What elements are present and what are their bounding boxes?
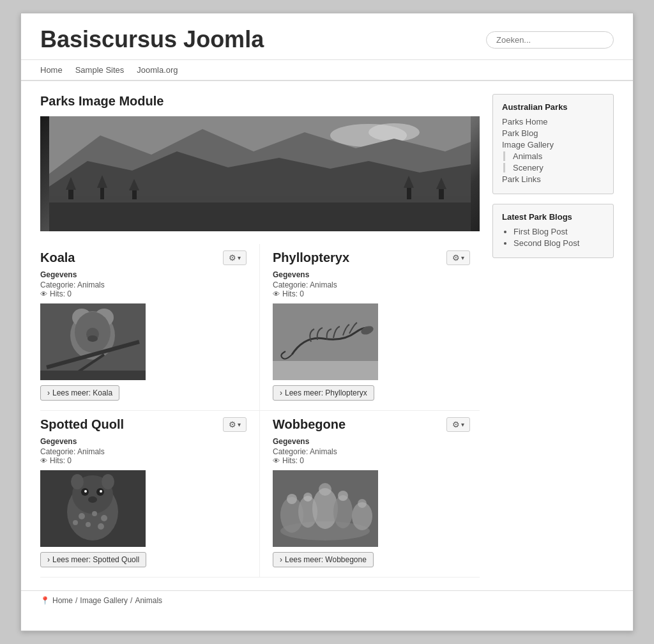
eye-icon-spotted-quoll: 👁 bbox=[40, 457, 47, 464]
article-grid: Koala ⚙ ▾ Gegevens Categorie: Animals 👁 bbox=[40, 244, 480, 578]
article-title-koala: Koala bbox=[40, 250, 75, 265]
search-input[interactable] bbox=[486, 31, 614, 49]
article-title-spotted-quoll: Spotted Quoll bbox=[40, 417, 124, 432]
arrow-icon-phyllopteryx: › bbox=[280, 388, 282, 397]
svg-rect-27 bbox=[40, 371, 146, 380]
article-image-wobbegone bbox=[273, 470, 378, 547]
svg-point-46 bbox=[73, 520, 78, 525]
article-item-spotted-quoll: Spotted Quoll ⚙ ▾ Gegevens Categorie: An… bbox=[40, 411, 260, 578]
sidebar-park-blog[interactable]: Park Blog bbox=[502, 128, 604, 138]
main-content: Parks Image Module bbox=[21, 81, 633, 590]
arrow-icon-koala: › bbox=[47, 388, 50, 397]
hits-text-phyllopteryx: Hits: 0 bbox=[282, 289, 304, 298]
category-text-spotted-quoll: Categorie: Animals bbox=[40, 447, 105, 456]
article-item-phyllopteryx: Phyllopteryx ⚙ ▾ Gegevens Categorie: Ani… bbox=[260, 244, 480, 411]
nav-item-home[interactable]: Home bbox=[40, 65, 63, 75]
read-more-text-wobbegone: Lees meer: Wobbegone bbox=[285, 555, 367, 564]
meta-hits-koala: 👁 Hits: 0 bbox=[40, 289, 247, 298]
breadcrumb-sep-1: / bbox=[75, 596, 77, 605]
sidebar-blog-list: First Blog Post Second Blog Post bbox=[502, 227, 604, 248]
svg-point-35 bbox=[102, 474, 114, 489]
gear-button-spotted-quoll[interactable]: ⚙ ▾ bbox=[223, 417, 247, 432]
meta-hits-spotted-quoll: 👁 Hits: 0 bbox=[40, 456, 247, 465]
gear-icon-phyllopteryx: ⚙ bbox=[452, 253, 460, 263]
svg-point-44 bbox=[86, 522, 91, 527]
article-item-wobbegone: Wobbegone ⚙ ▾ Gegevens Categorie: Animal… bbox=[260, 411, 480, 578]
nav-bar: Home Sample Sites Joomla.org bbox=[21, 60, 633, 81]
eye-icon-wobbegone: 👁 bbox=[273, 457, 280, 464]
meta-category-koala: Categorie: Animals bbox=[40, 280, 247, 289]
article-title-phyllopteryx: Phyllopteryx bbox=[273, 250, 349, 265]
article-meta-phyllopteryx: Gegevens Categorie: Animals 👁 Hits: 0 bbox=[273, 270, 470, 298]
svg-point-56 bbox=[319, 483, 331, 496]
hero-image bbox=[40, 116, 480, 231]
svg-point-38 bbox=[84, 490, 87, 493]
svg-point-43 bbox=[101, 515, 107, 521]
chevron-icon-spotted-quoll: ▾ bbox=[238, 421, 241, 428]
sidebar-park-links[interactable]: Park Links bbox=[502, 174, 604, 184]
svg-rect-29 bbox=[273, 361, 378, 380]
eye-icon-koala: 👁 bbox=[40, 290, 47, 298]
svg-point-41 bbox=[79, 513, 85, 519]
breadcrumb-home[interactable]: Home bbox=[52, 596, 73, 605]
blog-post-1[interactable]: First Blog Post bbox=[513, 227, 604, 236]
svg-point-57 bbox=[338, 491, 348, 501]
eye-icon-phyllopteryx: 👁 bbox=[273, 290, 280, 298]
svg-point-58 bbox=[358, 499, 367, 508]
read-more-wobbegone[interactable]: › Lees meer: Wobbegone bbox=[273, 552, 374, 567]
nav-item-sample-sites[interactable]: Sample Sites bbox=[75, 65, 125, 75]
svg-point-45 bbox=[98, 523, 104, 530]
sidebar-image-gallery[interactable]: Image Gallery bbox=[502, 140, 604, 150]
sidebar-blogs-box: Latest Park Blogs First Blog Post Second… bbox=[492, 204, 614, 258]
svg-point-34 bbox=[71, 474, 84, 489]
hits-text-wobbegone: Hits: 0 bbox=[282, 456, 304, 465]
content-area: Parks Image Module bbox=[40, 94, 480, 578]
sidebar-parks-home[interactable]: Parks Home bbox=[502, 117, 604, 126]
breadcrumb-image-gallery[interactable]: Image Gallery bbox=[80, 596, 128, 605]
svg-point-42 bbox=[92, 511, 97, 516]
sidebar-animals[interactable]: Animals bbox=[503, 151, 604, 161]
blog-post-2[interactable]: Second Blog Post bbox=[513, 238, 604, 248]
gear-button-koala[interactable]: ⚙ ▾ bbox=[223, 250, 247, 265]
gear-icon-spotted-quoll: ⚙ bbox=[229, 420, 236, 429]
gear-button-phyllopteryx[interactable]: ⚙ ▾ bbox=[446, 250, 470, 265]
svg-point-40 bbox=[88, 496, 97, 503]
gear-icon-wobbegone: ⚙ bbox=[452, 420, 460, 429]
meta-category-spotted-quoll: Categorie: Animals bbox=[40, 447, 247, 456]
svg-point-39 bbox=[100, 490, 102, 493]
article-header-wobbegone: Wobbegone ⚙ ▾ bbox=[273, 417, 470, 432]
site-title: Basiscursus Joomla bbox=[40, 26, 264, 53]
svg-point-55 bbox=[303, 493, 312, 502]
read-more-spotted-quoll[interactable]: › Lees meer: Spotted Quoll bbox=[40, 552, 146, 567]
page-heading: Parks Image Module bbox=[40, 94, 480, 109]
article-meta-koala: Gegevens Categorie: Animals 👁 Hits: 0 bbox=[40, 270, 247, 298]
svg-point-54 bbox=[287, 494, 297, 504]
article-image-phyllopteryx bbox=[273, 303, 378, 380]
svg-point-24 bbox=[87, 335, 98, 342]
article-header-phyllopteryx: Phyllopteryx ⚙ ▾ bbox=[273, 250, 470, 265]
article-meta-spotted-quoll: Gegevens Categorie: Animals 👁 Hits: 0 bbox=[40, 437, 247, 465]
meta-category-phyllopteryx: Categorie: Animals bbox=[273, 280, 470, 289]
read-more-koala[interactable]: › Lees meer: Koala bbox=[40, 385, 119, 401]
nav-item-joomla-org[interactable]: Joomla.org bbox=[137, 65, 178, 75]
read-more-phyllopteryx[interactable]: › Lees meer: Phyllopteryx bbox=[273, 385, 374, 401]
meta-label-phyllopteryx: Gegevens bbox=[273, 270, 470, 279]
page-wrapper: Basiscursus Joomla Home Sample Sites Joo… bbox=[20, 13, 634, 631]
gear-icon-koala: ⚙ bbox=[229, 253, 236, 263]
hits-text-spotted-quoll: Hits: 0 bbox=[50, 456, 72, 465]
category-text-phyllopteryx: Categorie: Animals bbox=[273, 280, 337, 289]
meta-category-wobbegone: Categorie: Animals bbox=[273, 447, 470, 456]
sidebar-parks-box: Australian Parks Parks Home Park Blog Im… bbox=[492, 94, 614, 194]
header: Basiscursus Joomla bbox=[21, 13, 633, 60]
meta-hits-phyllopteryx: 👁 Hits: 0 bbox=[273, 289, 470, 298]
gear-button-wobbegone[interactable]: ⚙ ▾ bbox=[446, 417, 470, 432]
read-more-text-phyllopteryx: Lees meer: Phyllopteryx bbox=[285, 388, 367, 397]
sidebar: Australian Parks Parks Home Park Blog Im… bbox=[492, 94, 614, 578]
meta-hits-wobbegone: 👁 Hits: 0 bbox=[273, 456, 470, 465]
sidebar-scenery[interactable]: Scenery bbox=[503, 163, 604, 172]
breadcrumb: 📍 Home / Image Gallery / Animals bbox=[21, 590, 633, 610]
arrow-icon-spotted-quoll: › bbox=[47, 555, 50, 564]
meta-label-wobbegone: Gegevens bbox=[273, 437, 470, 446]
breadcrumb-sep-2: / bbox=[130, 596, 132, 605]
read-more-text-spotted-quoll: Lees meer: Spotted Quoll bbox=[52, 555, 139, 564]
